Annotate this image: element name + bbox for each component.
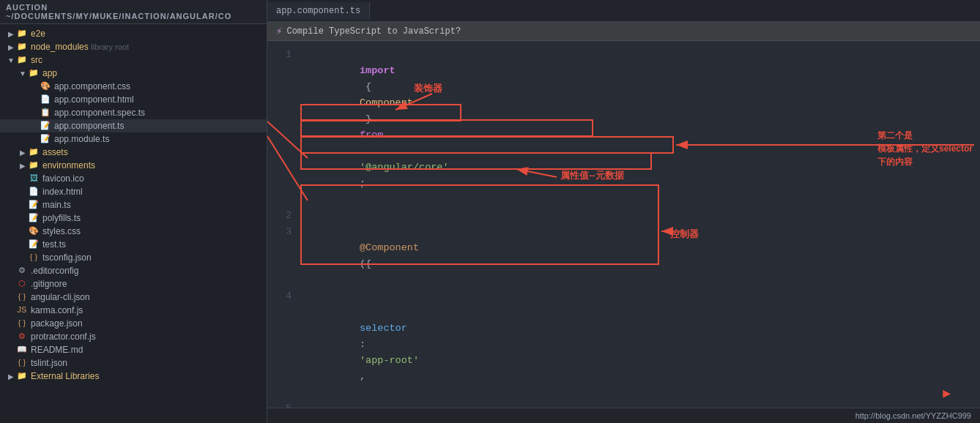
meta-value-annotation-label: 属性值--元数据 bbox=[560, 169, 624, 182]
keyword-from: from bbox=[360, 130, 383, 141]
spacer bbox=[6, 307, 16, 315]
sidebar-item-label: tslint.json bbox=[31, 358, 67, 368]
sidebar-item-gitignore[interactable]: ⬡ .gitignore bbox=[0, 277, 267, 291]
file-icon: { } bbox=[16, 292, 28, 302]
sidebar-item-favicon[interactable]: 🖼 favicon.ico bbox=[0, 172, 267, 185]
sidebar-item-editorconfig[interactable]: ⚙ .editorconfig bbox=[0, 264, 267, 277]
sidebar-item-app-component-ts[interactable]: 📝 app.component.ts bbox=[0, 119, 267, 132]
sidebar-item-styles-css[interactable]: 🎨 styles.css bbox=[0, 225, 267, 238]
file-icon: 📝 bbox=[40, 121, 51, 131]
sidebar-item-label: app.component.css bbox=[54, 81, 130, 91]
collapse-arrow: ▶ bbox=[6, 30, 16, 38]
line-num: 3 bbox=[267, 224, 300, 240]
sidebar-item-app-component-css[interactable]: 🎨 app.component.css bbox=[0, 80, 267, 93]
sidebar-item-app-component-html[interactable]: 📄 app.component.html bbox=[0, 93, 267, 106]
sidebar-item-readme-md[interactable]: 📖 README.md bbox=[0, 343, 267, 356]
folder-icon: 📁 bbox=[16, 371, 28, 381]
editor-tab[interactable]: app.component.ts bbox=[267, 2, 370, 20]
file-icon: 📖 bbox=[16, 345, 28, 355]
file-icon: 📄 bbox=[28, 187, 40, 197]
sidebar-item-app-module-ts[interactable]: 📝 app.module.ts bbox=[0, 132, 267, 146]
code-line-3: 3 @Component ({ bbox=[267, 224, 980, 288]
compile-icon: ⚡ bbox=[276, 25, 282, 37]
sidebar-item-label: polyfills.ts bbox=[42, 213, 81, 223]
code-text: : bbox=[360, 339, 377, 350]
collapse-arrow: ▶ bbox=[18, 149, 28, 157]
sidebar: auction ~/Documents/my/muke/inaction/ang… bbox=[0, 0, 267, 423]
spacer bbox=[18, 254, 28, 262]
spacer bbox=[6, 293, 16, 302]
sidebar-item-environments[interactable]: ▶ 📁 environments bbox=[0, 159, 267, 172]
sidebar-item-e2e[interactable]: ▶ 📁 e2e bbox=[0, 27, 267, 40]
compile-bar-text: Compile TypeScript to JavaScript? bbox=[286, 26, 461, 37]
spacer bbox=[18, 214, 28, 222]
tab-bar: app.component.ts bbox=[267, 0, 980, 22]
sidebar-item-node-modules[interactable]: ▶ 📁 node_modules library root bbox=[0, 40, 267, 53]
line-num: 4 bbox=[267, 288, 300, 304]
keyword-import: import bbox=[360, 65, 396, 76]
sidebar-item-src[interactable]: ▼ 📁 src bbox=[0, 53, 267, 67]
spacer bbox=[6, 333, 16, 341]
file-icon: ⬡ bbox=[16, 279, 28, 289]
editor: app.component.ts ⚡ Compile TypeScript to… bbox=[267, 0, 980, 423]
code-text: ({ bbox=[360, 258, 371, 269]
sidebar-item-package-json[interactable]: { } package.json bbox=[0, 317, 267, 330]
spacer bbox=[18, 241, 28, 249]
sidebar-item-label: app.component.html bbox=[54, 94, 134, 105]
footer-url: http://blog.csdn.net/YYZZHC999 bbox=[267, 408, 980, 423]
file-icon: 🎨 bbox=[40, 81, 51, 91]
sidebar-item-index-html[interactable]: 📄 index.html bbox=[0, 185, 267, 198]
spacer bbox=[29, 135, 40, 143]
sidebar-item-label: External Libraries bbox=[31, 371, 99, 381]
sidebar-item-tslint-json[interactable]: { } tslint.json bbox=[0, 356, 267, 370]
sidebar-item-app-component-spec[interactable]: 📋 app.component.spec.ts bbox=[0, 106, 267, 119]
code-string: '@angular/core' bbox=[360, 162, 449, 173]
file-icon: 📝 bbox=[40, 134, 51, 144]
sidebar-item-label: tsconfig.json bbox=[42, 252, 92, 263]
line-content: @Component ({ bbox=[300, 224, 980, 288]
sidebar-item-main-ts[interactable]: 📝 main.ts bbox=[0, 198, 267, 212]
file-icon: JS bbox=[16, 305, 28, 315]
editor-wrapper: 1 import { Component } from '@angular/co… bbox=[267, 41, 980, 423]
sidebar-item-label: angular-cli.json bbox=[31, 292, 90, 302]
sidebar-item-assets[interactable]: ▶ 📁 assets bbox=[0, 146, 267, 159]
sidebar-item-label: node_modules library root bbox=[31, 42, 129, 52]
compile-bar: ⚡ Compile TypeScript to JavaScript? bbox=[267, 22, 980, 41]
code-class-name: Component bbox=[360, 97, 413, 108]
sidebar-item-angular-cli-json[interactable]: { } angular-cli.json bbox=[0, 291, 267, 304]
code-line-1: 1 import { Component } from '@angular/co… bbox=[267, 47, 980, 208]
sidebar-item-label: e2e bbox=[31, 29, 45, 39]
sidebar-item-label: app bbox=[42, 68, 57, 78]
line-num: 1 bbox=[267, 47, 300, 63]
collapse-arrow: ▼ bbox=[6, 56, 16, 64]
sidebar-item-karma-conf-js[interactable]: JS karma.conf.js bbox=[0, 304, 267, 317]
spacer bbox=[6, 359, 16, 367]
run-icon[interactable]: ▶ bbox=[943, 385, 951, 401]
collapse-arrow: ▼ bbox=[18, 70, 28, 78]
spacer bbox=[6, 346, 16, 354]
template-annotation-text: 第二个是模板属性，定义selector下的内容 bbox=[877, 130, 973, 167]
spacer bbox=[6, 280, 16, 288]
sidebar-item-polyfills-ts[interactable]: 📝 polyfills.ts bbox=[0, 212, 267, 225]
sidebar-item-external-libraries[interactable]: ▶ 📁 External Libraries bbox=[0, 370, 267, 383]
collapse-arrow: ▶ bbox=[6, 373, 16, 381]
collapse-arrow: ▶ bbox=[18, 162, 28, 170]
line-num: 2 bbox=[267, 208, 300, 224]
sidebar-item-protractor-conf-js[interactable]: ⚙ protractor.conf.js bbox=[0, 330, 267, 343]
sidebar-item-label: karma.conf.js bbox=[31, 305, 83, 315]
file-icon: 📝 bbox=[28, 200, 40, 210]
sidebar-item-label: environments bbox=[42, 160, 95, 171]
sidebar-item-tsconfig-json[interactable]: { } tsconfig.json bbox=[0, 251, 267, 264]
code-text bbox=[360, 307, 371, 318]
sidebar-item-app[interactable]: ▼ 📁 app bbox=[0, 67, 267, 80]
spacer bbox=[18, 175, 28, 183]
sidebar-item-label: app.module.ts bbox=[54, 134, 109, 144]
folder-icon: 📁 bbox=[16, 29, 28, 39]
spacer bbox=[29, 122, 40, 130]
sidebar-title: auction ~/Documents/my/muke/inaction/ang… bbox=[0, 0, 267, 24]
sidebar-item-label: styles.css bbox=[42, 226, 81, 236]
line-content bbox=[300, 208, 980, 224]
file-icon: { } bbox=[28, 252, 40, 263]
folder-icon: 📁 bbox=[28, 147, 40, 157]
sidebar-item-test-ts[interactable]: 📝 test.ts bbox=[0, 238, 267, 251]
